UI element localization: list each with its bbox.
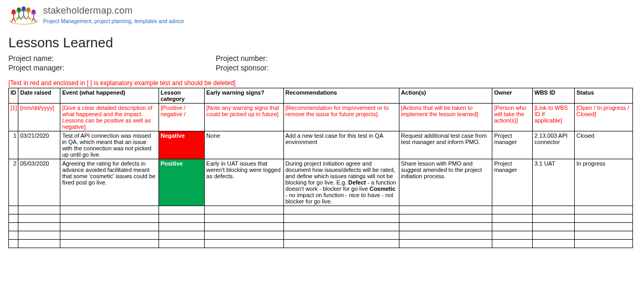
cell-category: Positive: [159, 159, 204, 206]
col-date: Date raised: [18, 88, 60, 104]
empty-cell: [60, 223, 159, 231]
project-sponsor-label: Project sponsor:: [216, 64, 269, 72]
cell-warning: Early in UAT issues that weren't blockin…: [205, 159, 284, 206]
hint-wbs: [Link to WBS ID if applicable]: [533, 104, 575, 131]
empty-cell: [60, 240, 159, 248]
svg-point-1: [12, 10, 15, 13]
empty-row: [9, 231, 633, 240]
empty-cell: [18, 223, 60, 231]
empty-cell: [159, 214, 204, 223]
empty-cell: [283, 206, 399, 214]
empty-cell: [575, 240, 633, 248]
cell-recommendations: Add a new test case for this test in QA …: [283, 131, 399, 159]
empty-cell: [575, 223, 633, 231]
empty-cell: [533, 214, 575, 223]
cell-id: 2: [9, 159, 18, 206]
hint-event: [Give a clear detailed description of wh…: [60, 104, 159, 131]
empty-cell: [9, 231, 18, 240]
empty-cell: [533, 223, 575, 231]
table-header-row: ID Date raised Event (what happened) Les…: [9, 88, 633, 104]
hint-warning: [Note any warning signs that could be pi…: [205, 104, 284, 131]
cell-status: In progress: [575, 159, 633, 206]
site-tagline: Project Management, project planning, te…: [43, 18, 184, 24]
empty-cell: [283, 240, 399, 248]
empty-cell: [492, 214, 533, 223]
empty-cell: [283, 214, 399, 223]
cell-owner: Project manager: [492, 131, 533, 159]
cell-event: Test of API connection was missed in QA,…: [60, 131, 159, 159]
empty-cell: [492, 223, 533, 231]
col-warn: Early warning signs?: [205, 88, 284, 104]
empty-cell: [60, 206, 159, 214]
cell-recommendations: During project initiation agree and docu…: [283, 159, 399, 206]
branding-header: stakeholdermap.com Project Management, p…: [8, 5, 636, 25]
empty-cell: [205, 231, 284, 240]
meta-row-2: Project manager: Project sponsor:: [8, 64, 636, 72]
empty-cell: [533, 231, 575, 240]
col-status: Status: [575, 88, 633, 104]
empty-cell: [533, 240, 575, 248]
empty-cell: [9, 214, 18, 223]
svg-point-19: [27, 8, 30, 11]
cell-category: Negative: [159, 131, 204, 159]
empty-cell: [283, 231, 399, 240]
col-event: Event (what happened): [60, 88, 159, 104]
cell-wbs: 3.1 UAT: [533, 159, 575, 206]
svg-point-13: [22, 7, 25, 10]
project-number-label: Project number:: [216, 54, 268, 63]
empty-row: [9, 214, 633, 223]
cell-status: Closed: [575, 131, 633, 159]
empty-cell: [205, 223, 284, 231]
cell-id: 1: [9, 131, 18, 159]
col-cat: Lesson category: [159, 88, 204, 104]
cell-owner: Project manager: [492, 159, 533, 206]
meta-row-1: Project name: Project number:: [8, 54, 636, 63]
empty-cell: [575, 214, 633, 223]
col-act: Action(s): [399, 88, 492, 104]
empty-cell: [399, 240, 492, 248]
empty-cell: [399, 214, 492, 223]
hint-actions: [Actions that will be taken to implement…: [399, 104, 492, 131]
cell-date: 03/21/2020: [18, 131, 60, 159]
empty-cell: [159, 231, 204, 240]
col-rec: Recommendations: [283, 88, 399, 104]
empty-cell: [9, 240, 18, 248]
empty-cell: [399, 231, 492, 240]
empty-cell: [205, 206, 284, 214]
col-owner: Owner: [492, 88, 533, 104]
hint-row: [1][mm/dd/yyyy][Give a clear detailed de…: [9, 104, 633, 131]
empty-row: [9, 240, 633, 248]
empty-cell: [533, 206, 575, 214]
hint-category: [Positive / negative /: [159, 104, 204, 131]
svg-line-18: [24, 15, 26, 19]
empty-cell: [283, 223, 399, 231]
site-name: stakeholdermap.com: [43, 5, 184, 16]
cell-warning: None: [205, 131, 284, 159]
cell-event: Agreeing the rating for defects in advan…: [60, 159, 159, 206]
hint-date: [mm/dd/yyyy]: [18, 104, 60, 131]
cell-wbs: 2.13.003 API connector: [533, 131, 575, 159]
col-id: ID: [9, 88, 18, 104]
empty-cell: [9, 206, 18, 214]
empty-cell: [60, 231, 159, 240]
empty-cell: [159, 240, 204, 248]
cell-actions: Share lesson with PMO and suggest amende…: [399, 159, 492, 206]
empty-cell: [575, 231, 633, 240]
svg-line-17: [22, 15, 24, 19]
hint-recommendations: [Recommendation for improvement or to re…: [283, 104, 399, 131]
empty-cell: [9, 223, 18, 231]
empty-cell: [18, 206, 60, 214]
empty-cell: [18, 214, 60, 223]
table-row: 103/21/2020Test of API connection was mi…: [9, 131, 633, 159]
explanatory-note: [Text in red and enclosed in [ ] is expl…: [8, 79, 636, 87]
table-row: 205/03/2020Agreeing the rating for defec…: [9, 159, 633, 206]
svg-point-25: [32, 10, 35, 13]
empty-cell: [18, 231, 60, 240]
empty-row: [9, 223, 633, 231]
project-manager-label: Project manager:: [8, 64, 216, 72]
page-title: Lessons Learned: [8, 35, 636, 51]
empty-cell: [60, 214, 159, 223]
cell-actions: Request additional test case from test m…: [399, 131, 492, 159]
cell-date: 05/03/2020: [18, 159, 60, 206]
hint-id: [1]: [9, 104, 18, 131]
